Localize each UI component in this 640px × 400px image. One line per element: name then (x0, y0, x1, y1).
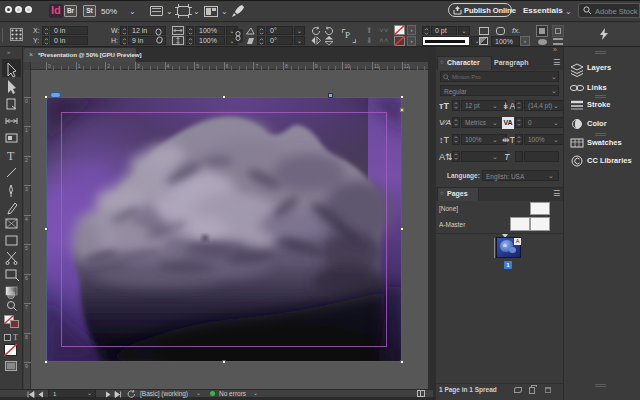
svg-text:T: T (7, 149, 15, 163)
